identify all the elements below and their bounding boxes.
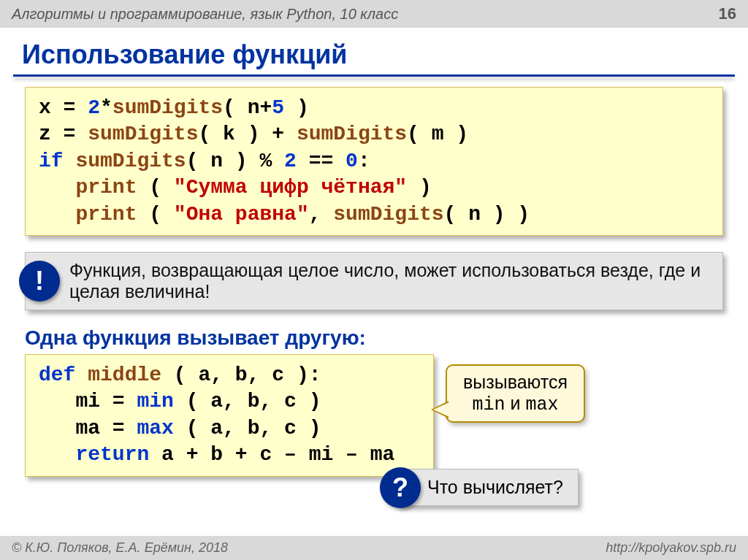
course-label: Алгоритмы и программирование, язык Pytho… bbox=[12, 6, 398, 23]
bubble-text: вызываются bbox=[463, 372, 568, 392]
code-block-1: x = 2*sumDigits( n+5 ) z = sumDigits( k … bbox=[25, 87, 723, 236]
callout-box: Функция, возвращающая целое число, может… bbox=[25, 252, 723, 310]
code-line: x = 2*sumDigits( n+5 ) bbox=[39, 95, 709, 121]
question-box: Что вычисляет? bbox=[397, 469, 579, 506]
code-line: print ( "Сумма цифр чётная" ) bbox=[39, 174, 709, 201]
code-block-2-row: def middle ( a, b, c ): mi = min ( a, b,… bbox=[0, 354, 748, 477]
callout-row: ! Функция, возвращающая целое число, мож… bbox=[25, 252, 723, 310]
code-line: return a + b + c – mi – ma bbox=[39, 442, 420, 468]
title-underline bbox=[13, 74, 735, 77]
bubble-min: min bbox=[473, 394, 505, 415]
footer-url: http://kpolyakov.spb.ru bbox=[606, 540, 736, 556]
code-block-2: def middle ( a, b, c ): mi = min ( a, b,… bbox=[25, 354, 434, 477]
speech-bubble: вызываются min и max bbox=[446, 364, 585, 423]
question-row: ? Что вычисляет? bbox=[380, 469, 579, 506]
code-line: def middle ( a, b, c ): bbox=[39, 362, 420, 388]
page-title: Использование функций bbox=[0, 28, 748, 74]
footer-authors: © К.Ю. Поляков, Е.А. Ерёмин, 2018 bbox=[12, 540, 228, 556]
code-line: z = sumDigits( k ) + sumDigits( m ) bbox=[39, 121, 709, 147]
code-line: ma = max ( a, b, c ) bbox=[39, 415, 420, 442]
page-number: 16 bbox=[719, 4, 736, 23]
footer-bar: © К.Ю. Поляков, Е.А. Ерёмин, 2018 http:/… bbox=[0, 536, 748, 560]
exclamation-icon: ! bbox=[19, 261, 60, 302]
subtitle: Одна функция вызывает другую: bbox=[25, 326, 723, 350]
header-bar: Алгоритмы и программирование, язык Pytho… bbox=[0, 0, 748, 28]
question-icon: ? bbox=[380, 467, 421, 508]
code-line: mi = min ( a, b, c ) bbox=[39, 388, 420, 415]
code-line: print ( "Она равна", sumDigits( n ) ) bbox=[39, 202, 709, 228]
bubble-max: max bbox=[525, 394, 558, 415]
bubble-tail-icon bbox=[431, 401, 449, 418]
code-line: if sumDigits( n ) % 2 == 0: bbox=[39, 148, 709, 174]
bubble-and: и bbox=[505, 393, 526, 413]
